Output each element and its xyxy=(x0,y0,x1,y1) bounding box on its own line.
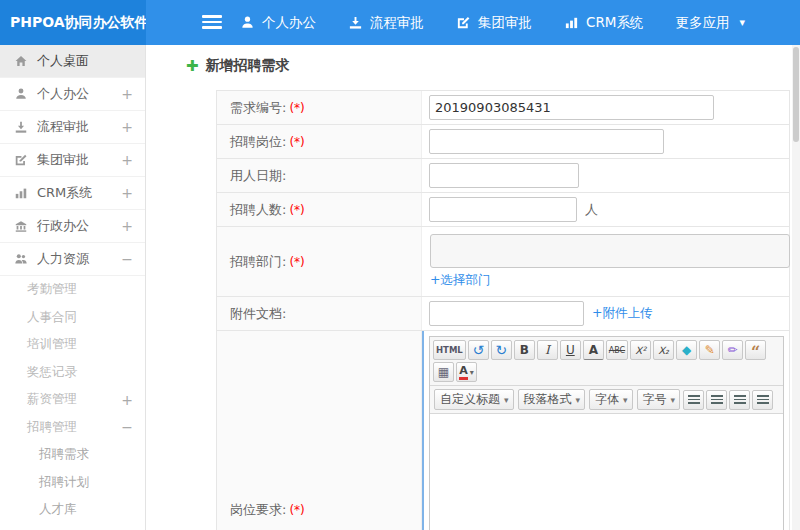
nav-group-approval[interactable]: 集团审批 xyxy=(456,14,532,32)
sidebar-item-group-approval[interactable]: 集团审批 + xyxy=(0,144,145,177)
sidebar-item-recruitment[interactable]: 招聘管理− xyxy=(0,414,145,442)
align-justify-button[interactable] xyxy=(752,390,773,410)
form-row-position: 招聘岗位: (*) xyxy=(217,125,789,159)
underline-button[interactable]: U xyxy=(560,340,581,360)
align-justify-icon xyxy=(757,395,769,405)
department-box[interactable] xyxy=(430,234,790,268)
sidebar-item-recruit-plan[interactable]: 招聘计划 xyxy=(0,469,145,497)
caret-down-icon: ▾ xyxy=(671,395,676,405)
sidebar-item-hr[interactable]: 人力资源 − xyxy=(0,243,145,276)
eraser-button[interactable]: ◆ xyxy=(676,340,697,360)
font-family-select[interactable]: 字体▾ xyxy=(589,389,633,410)
caret-down-icon: ▾ xyxy=(576,395,581,405)
highlight-pen-button[interactable]: ✏ xyxy=(722,340,743,360)
attachment-input[interactable] xyxy=(429,301,584,326)
sidebar-item-workflow-approval[interactable]: 流程审批 + xyxy=(0,111,145,144)
undo-button[interactable]: ↺ xyxy=(468,340,489,360)
expand-toggle[interactable]: + xyxy=(121,86,133,102)
redo-button[interactable]: ↻ xyxy=(491,340,512,360)
blockquote-button[interactable]: “ xyxy=(745,340,766,360)
expand-toggle[interactable]: + xyxy=(121,119,133,135)
sidebar-item-personal-office[interactable]: 个人办公 + xyxy=(0,78,145,111)
nav-label: 集团审批 xyxy=(478,14,532,32)
nav-crm[interactable]: CRM系统 xyxy=(564,14,643,32)
sidebar-item-crm[interactable]: CRM系统 + xyxy=(0,177,145,210)
app-logo: PHPOA协同办公软件 xyxy=(0,0,146,45)
top-header: PHPOA协同办公软件 个人办公 流程审批 集团审批 CRM系统 更多应用 xyxy=(0,0,800,45)
required-marker: (*) xyxy=(289,135,304,149)
italic-button[interactable]: I xyxy=(537,340,558,360)
sidebar-item-attendance[interactable]: 考勤管理 xyxy=(0,276,145,304)
sidebar-item-label: 行政办公 xyxy=(37,217,89,235)
table-button[interactable]: ▦ xyxy=(433,362,454,382)
position-input[interactable] xyxy=(429,129,664,154)
eraser-icon: ◆ xyxy=(682,343,691,357)
edit-icon xyxy=(14,153,28,167)
field-label: 招聘部门: (*) xyxy=(217,227,422,296)
sidebar-item-admin-office[interactable]: 行政办公 + xyxy=(0,210,145,243)
format-brush-button[interactable]: ✎ xyxy=(699,340,720,360)
collapse-toggle[interactable]: − xyxy=(121,419,133,435)
nav-label: 更多应用 xyxy=(675,14,729,32)
nav-workflow-approval[interactable]: 流程审批 xyxy=(348,14,424,32)
select-department-link[interactable]: +选择部门 xyxy=(430,272,490,289)
expand-toggle[interactable]: + xyxy=(121,152,133,168)
sidebar-item-label: 个人桌面 xyxy=(37,52,89,70)
caret-down-icon: ▾ xyxy=(739,16,745,29)
sidebar-item-salary[interactable]: 薪资管理+ xyxy=(0,386,145,414)
nav-more-apps[interactable]: 更多应用 ▾ xyxy=(675,14,745,32)
menu-toggle-button[interactable] xyxy=(202,15,222,31)
paragraph-format-select[interactable]: 段落格式▾ xyxy=(518,389,586,410)
field-label: 岗位要求: (*) xyxy=(217,331,422,530)
sidebar-item-training[interactable]: 培训管理 xyxy=(0,331,145,359)
strikethrough-button[interactable]: ABC xyxy=(606,340,628,360)
sidebar-item-rewards[interactable]: 奖惩记录 xyxy=(0,359,145,387)
html-source-button[interactable]: HTML xyxy=(433,340,466,360)
nav-personal-office[interactable]: 个人办公 xyxy=(240,14,316,32)
redo-icon: ↻ xyxy=(495,342,507,358)
expand-toggle[interactable]: + xyxy=(121,185,133,201)
vertical-scrollbar[interactable] xyxy=(792,45,800,530)
heading-select[interactable]: 自定义标题▾ xyxy=(434,389,514,410)
form-row-attachment: 附件文档: +附件上传 xyxy=(217,297,789,331)
font-button[interactable]: A xyxy=(583,340,604,360)
hr-submenu: 考勤管理 人事合同 培训管理 奖惩记录 薪资管理+ 招聘管理− xyxy=(0,276,145,441)
nav-label: 流程审批 xyxy=(370,14,424,32)
quote-icon: “ xyxy=(751,348,760,358)
plus-icon: ✚ xyxy=(186,57,199,75)
editor-toolbar-row1: HTML ↺ ↻ B I U A ABC X² X₂ ◆ ✎ ✏ xyxy=(430,337,783,386)
sidebar-item-recruit-demand[interactable]: 招聘需求 xyxy=(0,441,145,469)
hamburger-icon xyxy=(202,15,222,18)
chart-icon xyxy=(564,15,579,30)
headcount-input[interactable] xyxy=(429,197,577,222)
font-size-select[interactable]: 字号▾ xyxy=(637,389,681,410)
align-left-button[interactable] xyxy=(683,390,704,410)
sidebar-item-desktop[interactable]: 个人桌面 xyxy=(0,45,145,78)
top-nav: 个人办公 流程审批 集团审批 CRM系统 更多应用 ▾ xyxy=(240,0,745,45)
attachment-upload-link[interactable]: +附件上传 xyxy=(592,305,652,322)
editor-content[interactable] xyxy=(430,414,783,530)
rich-text-editor: HTML ↺ ↻ B I U A ABC X² X₂ ◆ ✎ ✏ xyxy=(429,336,784,530)
sidebar-item-personnel-contract[interactable]: 人事合同 xyxy=(0,304,145,332)
superscript-button[interactable]: X² xyxy=(630,340,651,360)
align-center-button[interactable] xyxy=(706,390,727,410)
align-right-icon xyxy=(734,395,746,405)
people-icon xyxy=(14,252,28,266)
hire-date-input[interactable] xyxy=(429,163,579,188)
expand-toggle[interactable]: + xyxy=(121,392,133,408)
caret-down-icon: ▾ xyxy=(623,395,628,405)
demand-no-input[interactable] xyxy=(429,95,714,120)
subscript-button[interactable]: X₂ xyxy=(653,340,674,360)
align-right-button[interactable] xyxy=(729,390,750,410)
font-color-button[interactable]: A▾ xyxy=(456,362,477,382)
undo-icon: ↺ xyxy=(472,342,484,358)
page-title: ✚ 新增招聘需求 xyxy=(186,57,290,75)
scrollbar-thumb[interactable] xyxy=(793,47,799,142)
collapse-toggle[interactable]: − xyxy=(121,251,133,267)
field-label: 附件文档: xyxy=(217,297,422,330)
bold-button[interactable]: B xyxy=(514,340,535,360)
align-center-icon xyxy=(711,395,723,405)
form-row-demand-no: 需求编号: (*) xyxy=(217,91,789,125)
sidebar-item-talent-pool[interactable]: 人才库 xyxy=(0,496,145,524)
expand-toggle[interactable]: + xyxy=(121,218,133,234)
